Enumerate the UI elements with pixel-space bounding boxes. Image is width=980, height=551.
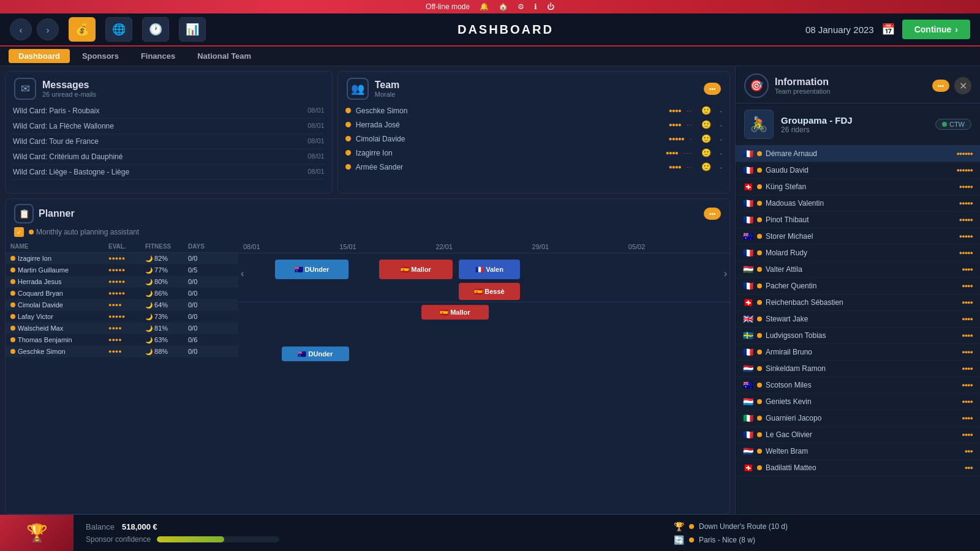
flag-icon: 🇸🇪 — [743, 331, 753, 340]
header-nav: ‹ › 💰 🌐 🕐 📊 DASHBOARD 08 January 2023 📅 … — [0, 13, 980, 47]
list-item[interactable]: 🇳🇱 Sinkeldam Ramon ●●●● — [736, 361, 980, 377]
table-row[interactable]: Izagirre Ion ●●●●● 🌙 82% 0/0 — [6, 253, 238, 264]
close-button[interactable]: ✕ — [954, 77, 971, 94]
list-item[interactable]: Wild Card: Paris - Roubaix 08/01 — [13, 103, 325, 119]
planner-options-button[interactable]: ••• — [704, 208, 721, 220]
list-item[interactable]: 🇮🇹 Guarnieri Jacopo ●●●● — [736, 410, 980, 427]
next-button[interactable]: › — [724, 268, 727, 279]
list-item[interactable]: Wild Card: Tour de France 08/01 — [13, 134, 325, 149]
continue-button[interactable]: Continue › — [902, 20, 970, 39]
rider-stars: ●●●● — [962, 299, 973, 305]
table-row[interactable]: Cimolai Davide ●●●● 🌙 64% 0/0 — [6, 299, 238, 311]
back-button[interactable]: ‹ — [10, 18, 32, 40]
flag-icon: 🇨🇭 — [743, 298, 753, 307]
table-row[interactable]: Martin Guillaume ●●●●● 🌙 77% 0/5 — [6, 264, 238, 276]
list-item[interactable]: 🇫🇷 Armirail Bruno ●●●● — [736, 344, 980, 361]
messages-panel: ✉ Messages 26 unread e-mails Wild Card: … — [5, 71, 333, 193]
list-item[interactable]: Cimolai Davide ●●●●● · 🙂 - — [338, 132, 729, 146]
race-block-besse[interactable]: 🇪🇸 Bessè — [459, 283, 520, 300]
list-item[interactable]: 🇸🇪 Ludvigsson Tobias ●●●● — [736, 328, 980, 344]
race-block-valen[interactable]: 🇫🇷 Valen — [459, 260, 520, 279]
list-item[interactable]: 🇭🇺 Valter Attila ●●●● — [736, 261, 980, 278]
home-icon[interactable]: 🏠 — [499, 2, 508, 11]
rider-dot — [10, 302, 15, 307]
list-item[interactable]: Herrada José ●●●● · · 🙂 - — [338, 118, 729, 132]
status-dot — [757, 399, 762, 404]
list-item[interactable]: 🇳🇱 Welten Bram ●●● — [736, 443, 980, 460]
list-item[interactable]: Armée Sander ●●●● · · 🙂 - — [338, 160, 729, 174]
status-dot — [757, 201, 762, 206]
top-bar: Off-line mode 🔔 🏠 ⚙ ℹ ⏻ — [0, 0, 980, 13]
thomas-dunder-block[interactable]: 🇦🇺 DUnder — [282, 347, 349, 361]
list-item[interactable]: Geschke Simon ●●●● · · 🙂 - — [338, 103, 729, 118]
flag-icon: 🇳🇱 — [743, 446, 753, 456]
list-item[interactable]: 🇫🇷 Le Gac Olivier ●●●● — [736, 427, 980, 443]
info-icon[interactable]: ℹ — [534, 2, 537, 11]
chart-icon-button[interactable]: 📊 — [179, 17, 206, 42]
table-row[interactable]: Herrada Jesus ●●●●● 🌙 80% 0/0 — [6, 276, 238, 288]
status-dot — [757, 333, 762, 338]
list-item[interactable]: 🇦🇺 Storer Michael ●●●●● — [736, 228, 980, 245]
flag-icon: 🇫🇷 — [743, 215, 753, 225]
race-info-row[interactable]: 🔄 Paris - Nice (8 w) — [674, 535, 968, 545]
information-options-button[interactable]: ••• — [932, 80, 949, 92]
race-info-row[interactable]: 🏆 Down Under's Route (10 d) — [674, 522, 968, 531]
list-item[interactable]: Wild Card: Liège - Bastogne - Liège 08/0… — [13, 165, 325, 180]
table-row[interactable]: Lafay Victor ●●●●● 🌙 73% 0/0 — [6, 311, 238, 323]
tab-sponsors[interactable]: Sponsors — [72, 49, 129, 63]
status-dot — [345, 150, 351, 156]
list-item[interactable]: 🇱🇺 Geniets Kevin ●●●● — [736, 394, 980, 410]
page-title: DASHBOARD — [458, 23, 554, 37]
bottom-right: 🏆 Down Under's Route (10 d) 🔄 Paris - Ni… — [662, 522, 980, 545]
race-block-dunder[interactable]: 🇦🇺 DUnder — [275, 260, 349, 279]
table-row[interactable]: Coquard Bryan ●●●●● 🌙 86% 0/0 — [6, 288, 238, 299]
globe-icon-button[interactable]: 🌐 — [105, 17, 132, 42]
tab-dashboard[interactable]: Dashboard — [9, 49, 70, 63]
list-item[interactable]: 🇨🇭 Küng Stefan ●●●●● — [736, 179, 980, 195]
list-item[interactable]: Wild Card: Critérium du Dauphiné 08/01 — [13, 149, 325, 165]
martin-mallor-block[interactable]: 🇪🇸 Mallor — [421, 305, 489, 320]
list-item[interactable]: 🇫🇷 Pacher Quentin ●●●● — [736, 278, 980, 294]
list-item[interactable]: 🇨🇭 Reichenbach Sébastien ●●●● — [736, 294, 980, 311]
status-dot — [757, 168, 762, 173]
list-item[interactable]: 🇫🇷 Molard Rudy ●●●●● — [736, 245, 980, 261]
forward-button[interactable]: › — [37, 18, 59, 40]
riders-count: 26 riders — [781, 126, 853, 134]
rider-stars: ●●●●● — [959, 250, 973, 256]
rider-dot — [10, 256, 15, 261]
messages-subtitle: 26 unread e-mails — [42, 91, 96, 98]
list-item[interactable]: Wild Card: La Flèche Wallonne 08/01 — [13, 119, 325, 134]
rider-dot — [10, 337, 15, 342]
list-item[interactable]: 🇫🇷 Pinot Thibaut ●●●●● — [736, 212, 980, 228]
list-item[interactable]: 🇫🇷 Madouas Valentin ●●●●● — [736, 195, 980, 212]
table-row[interactable]: Thomas Benjamin ●●●● 🌙 63% 0/6 — [6, 334, 238, 346]
rider-stars: ●●●●●● — [956, 167, 973, 173]
status-dot — [345, 122, 351, 127]
table-row[interactable]: Walscheid Max ●●●● 🌙 81% 0/0 — [6, 323, 238, 334]
list-item[interactable]: Izagirre Ion ●●●● · · · 🙂 - — [338, 146, 729, 160]
power-icon[interactable]: ⏻ — [547, 2, 554, 11]
bell-icon[interactable]: 🔔 — [480, 2, 489, 11]
messages-title: Messages — [42, 80, 96, 91]
tab-finances[interactable]: Finances — [131, 49, 185, 63]
calendar-icon[interactable]: 📅 — [881, 23, 895, 36]
team-options-button[interactable]: ••• — [704, 83, 721, 95]
list-item[interactable]: 🇫🇷 Gaudu David ●●●●●● — [736, 162, 980, 179]
clock-icon-button[interactable]: 🕐 — [142, 17, 169, 42]
race-block-mallor[interactable]: 🇪🇸 Mallor — [379, 260, 453, 279]
wallet-icon-button[interactable]: 💰 — [69, 17, 96, 42]
list-item[interactable]: 🇦🇺 Scotson Miles ●●●● — [736, 377, 980, 394]
flag-icon: 🇳🇱 — [743, 364, 753, 373]
auto-planning-checkbox[interactable]: ✓ — [14, 227, 24, 237]
list-item[interactable]: 🇫🇷 Démare Arnaud ●●●●●● — [736, 146, 980, 162]
rider-name: Démare Arnaud — [766, 149, 952, 158]
table-row[interactable]: Geschke Simon ●●●● 🌙 88% 0/0 — [6, 346, 238, 358]
list-item[interactable]: 🇨🇭 Badilatti Matteo ●●● — [736, 460, 980, 476]
prev-button[interactable]: ‹ — [241, 268, 244, 279]
gear-icon[interactable]: ⚙ — [518, 2, 524, 11]
tab-national-team[interactable]: National Team — [187, 49, 261, 63]
status-dot — [757, 350, 762, 354]
status-dot — [757, 234, 762, 239]
list-item[interactable]: 🇬🇧 Stewart Jake ●●●● — [736, 311, 980, 328]
team-subtitle: Morale — [375, 91, 400, 98]
